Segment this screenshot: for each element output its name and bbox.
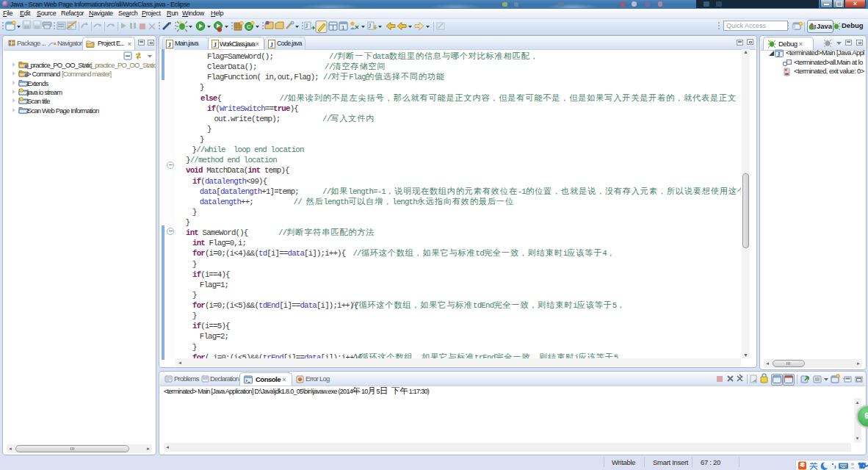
svg-text:J: J xyxy=(214,41,217,48)
svg-text:J: J xyxy=(270,41,274,48)
svg-text:C: C xyxy=(247,24,251,30)
svg-text:1: 1 xyxy=(341,24,345,31)
svg-text:J: J xyxy=(369,23,371,29)
svg-text:J: J xyxy=(813,24,817,31)
svg-text:J: J xyxy=(305,23,308,29)
svg-text:J: J xyxy=(168,41,172,48)
